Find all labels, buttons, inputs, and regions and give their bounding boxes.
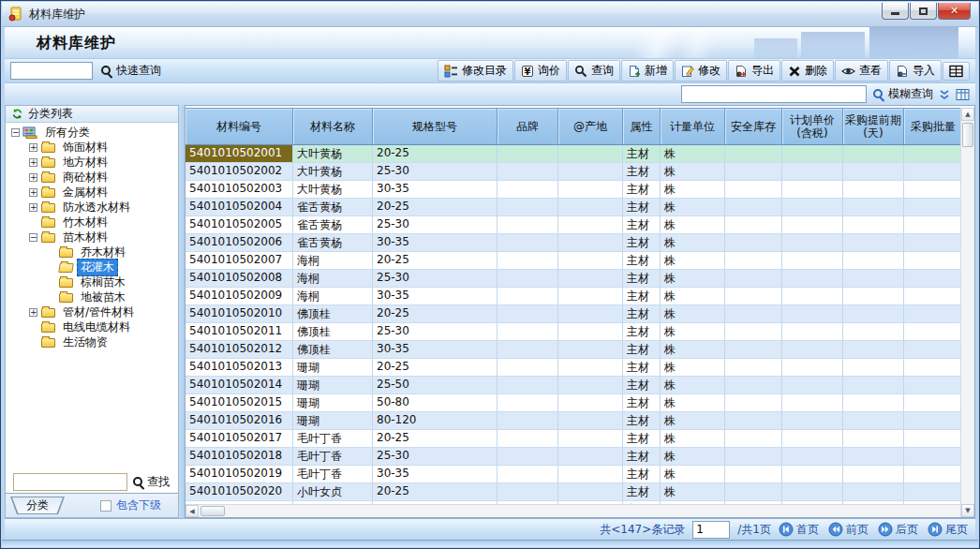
close-button[interactable]: ✕ [938, 3, 971, 20]
table-cell: 株 [661, 394, 725, 412]
tree-node-生活物资[interactable]: 生活物资 [6, 334, 178, 349]
table-row[interactable]: 5401010502014珊瑚25-50主材株 [186, 377, 963, 394]
add-button[interactable]: 新增 [621, 60, 674, 82]
column-header-2[interactable]: 材料名称 [293, 108, 373, 145]
last-page-icon [928, 522, 943, 537]
fuzzy-search-input[interactable] [681, 85, 867, 103]
import-button[interactable]: 导入 [889, 60, 942, 82]
include-sublevel-checkbox[interactable] [100, 500, 111, 512]
table-cell: 主材 [623, 163, 661, 181]
table-row[interactable]: 5401010502017毛叶丁香20-25主材株 [186, 430, 963, 448]
column-header-7[interactable]: 计量单位 [661, 108, 725, 145]
table-row[interactable]: 5401010502020小叶女贞20-25主材株 [186, 483, 963, 501]
last-page-label: 尾页 [945, 522, 968, 538]
refresh-icon[interactable] [11, 108, 23, 120]
table-row[interactable]: 5401010502016珊瑚80-120主材株 [186, 412, 963, 430]
table-cell [497, 145, 558, 163]
table-row[interactable]: 5401010502012佛顶桂30-35主材株 [186, 341, 963, 359]
table-cell: 海桐 [293, 288, 373, 305]
table-row[interactable]: 5401010502010佛顶桂20-25主材株 [186, 305, 963, 323]
scroll-up-arrow[interactable]: ▲ [961, 108, 974, 121]
column-header-4[interactable]: 品牌 [497, 108, 558, 145]
table-row[interactable]: 5401010502004雀舌黄杨20-25主材株 [186, 199, 963, 216]
minimize-button[interactable] [882, 3, 909, 20]
query-button[interactable]: 查询 [568, 60, 620, 82]
fuzzy-query-button[interactable]: 模糊查询 [872, 86, 933, 102]
table-row[interactable]: 5401010502002大叶黄杨25-30主材株 [186, 163, 963, 181]
table-cell [558, 377, 623, 394]
column-header-5[interactable]: @产地 [558, 108, 623, 145]
table-row[interactable]: 5401010502007海桐20-25主材株 [186, 252, 963, 270]
expand-icon[interactable]: + [29, 203, 37, 212]
table-row[interactable]: 5401010502003大叶黄杨30-35主材株 [186, 181, 963, 199]
inquiry-button[interactable]: ¥询价 [514, 60, 567, 82]
table-cell [558, 252, 623, 270]
delete-button[interactable]: 删除 [781, 60, 834, 82]
table-cell [558, 448, 623, 466]
table-row[interactable]: 5401010502001大叶黄杨20-25主材株 [186, 145, 963, 163]
column-header-9[interactable]: 计划单价(含税) [782, 108, 843, 145]
tree-find-input[interactable] [13, 473, 127, 491]
quick-search-input[interactable] [10, 62, 93, 80]
column-header-1[interactable]: 材料编号 [186, 108, 293, 145]
table-cell: 主材 [623, 323, 661, 341]
table-cell [497, 377, 558, 394]
view-button[interactable]: 查看 [835, 60, 888, 82]
table-row[interactable]: 5401010502009海桐30-35主材株 [186, 288, 963, 305]
table-cell: 主材 [623, 377, 661, 394]
maximize-button[interactable] [910, 3, 937, 20]
modify-catalog-button[interactable]: 修改目录 [438, 60, 513, 82]
table-cell [725, 359, 782, 377]
column-header-11[interactable]: 采购批量 [904, 108, 963, 145]
table-row[interactable]: 5401010502013珊瑚20-25主材株 [186, 359, 963, 377]
table-row[interactable]: 5401010502011佛顶桂25-30主材株 [186, 323, 963, 341]
expand-icon[interactable]: + [29, 143, 37, 152]
modify-label: 修改 [698, 63, 720, 79]
table-row[interactable]: 5401010502005雀舌黄杨25-30主材株 [186, 216, 963, 234]
banner-building-1 [869, 27, 958, 58]
expand-icon[interactable]: + [29, 173, 37, 182]
column-header-8[interactable]: 安全库存 [725, 108, 782, 145]
titlebar[interactable]: 材料库维护 ✕ [2, 2, 978, 27]
find-button[interactable]: 查找 [132, 474, 170, 490]
chevron-double-down-icon[interactable] [939, 89, 950, 100]
table-cell: 株 [661, 216, 725, 234]
table-row[interactable]: 5401010502019毛叶丁香30-35主材株 [186, 466, 963, 483]
table-row[interactable]: 5401010502015珊瑚50-80主材株 [186, 394, 963, 412]
next-page-button[interactable]: 后页 [878, 522, 918, 538]
table-cell [725, 163, 782, 181]
vertical-scroll-thumb[interactable] [962, 123, 973, 147]
table-cell: 株 [661, 483, 725, 501]
scroll-left-arrow[interactable]: ◀ [186, 505, 199, 517]
column-header-10[interactable]: 采购提前期(天) [843, 108, 904, 145]
table-cell [725, 145, 782, 163]
table-cell [558, 466, 623, 483]
column-settings-icon[interactable] [956, 88, 970, 101]
status-bar: 共<147>条记录 /共1页 首页前页后页尾页 [5, 518, 975, 540]
export-button[interactable]: 导出 [728, 60, 780, 82]
horizontal-scroll-thumb[interactable] [200, 506, 225, 516]
collapse-icon[interactable]: − [29, 233, 37, 242]
grid-view-button[interactable] [943, 62, 970, 81]
table-cell: 珊瑚 [293, 394, 373, 412]
prev-page-button[interactable]: 前页 [828, 522, 869, 538]
table-cell: 株 [661, 323, 725, 341]
expand-icon[interactable]: + [29, 308, 37, 317]
table-cell [904, 341, 963, 359]
table-row[interactable]: 5401010502018毛叶丁香25-30主材株 [186, 448, 963, 466]
last-page-button[interactable]: 尾页 [928, 522, 968, 538]
quick-query-button[interactable]: 快速查询 [100, 63, 161, 79]
column-header-3[interactable]: 规格型号 [373, 108, 497, 145]
scroll-down-arrow[interactable]: ▼ [961, 504, 974, 517]
page-number-input[interactable] [692, 521, 730, 539]
collapse-icon[interactable]: − [11, 128, 20, 137]
modify-button[interactable]: 修改 [675, 60, 727, 82]
table-cell [725, 430, 782, 448]
table-row[interactable]: 5401010502008海桐25-30主材株 [186, 270, 963, 288]
expand-icon[interactable]: + [29, 188, 37, 197]
first-page-button[interactable]: 首页 [779, 522, 819, 538]
table-row[interactable]: 5401010502006雀舌黄杨30-35主材株 [186, 234, 963, 252]
column-header-6[interactable]: 属性 [623, 108, 661, 145]
tab-category[interactable]: 分类 [10, 497, 65, 514]
expand-icon[interactable]: + [29, 158, 37, 167]
